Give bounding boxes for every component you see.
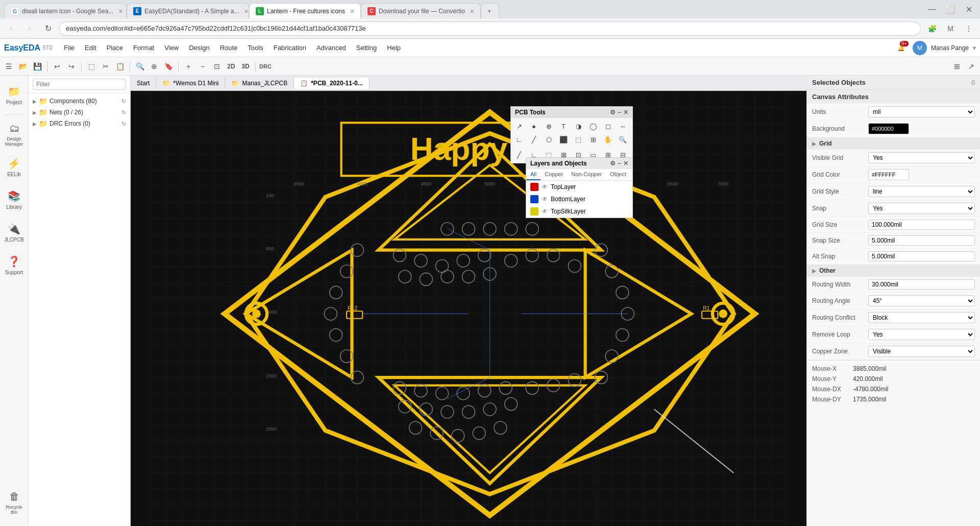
browser-tab-4[interactable]: C Download your file — Convertio ×	[361, 3, 481, 18]
tree-refresh-components[interactable]: ↻	[121, 98, 126, 105]
layer-row-top[interactable]: 👁 TopLayer	[526, 181, 632, 193]
canvas-tab-start[interactable]: Start	[131, 78, 156, 89]
menu-tools[interactable]: Tools	[242, 42, 268, 54]
back-button[interactable]: ‹	[4, 21, 18, 36]
toolbar-zoom-in[interactable]: +	[182, 60, 195, 73]
toolbar-layers[interactable]: ⊞	[950, 60, 964, 73]
toolbar-2d[interactable]: 2D	[225, 60, 238, 73]
sidebar-item-eelib[interactable]: ⚡ EELib	[2, 152, 27, 182]
sidebar-item-support[interactable]: ❓ Support	[2, 250, 27, 280]
more-button[interactable]: ⋮	[962, 21, 976, 36]
address-bar[interactable]: easyeda.com/editor#id=e665e7dc926a47c795…	[59, 21, 921, 36]
layers-minimize-icon[interactable]: −	[618, 160, 621, 167]
menu-advanced[interactable]: Advanced	[311, 42, 351, 54]
toolbar-annotate[interactable]: 🔖	[162, 60, 175, 73]
grid-color-swatch[interactable]: #FFFFFF	[868, 169, 909, 180]
topsilklayer-eye[interactable]: 👁	[542, 208, 548, 215]
tab-3-close[interactable]: ×	[350, 7, 354, 15]
toolbar-drc[interactable]: DRC	[259, 60, 272, 73]
canvas-tab-jlcpcb[interactable]: 📁 Manas_JLCPCB	[225, 78, 294, 89]
toolbar-share[interactable]: ↗	[965, 60, 978, 73]
toolbar-search[interactable]: 🔍	[133, 60, 146, 73]
tool-measure[interactable]: ↔	[617, 120, 629, 132]
grid-section-divider[interactable]: Grid	[807, 137, 980, 150]
tool-pan[interactable]: ✋	[602, 133, 614, 146]
extensions-button[interactable]: 🧩	[925, 21, 939, 36]
toolbar-undo[interactable]: ↩	[51, 60, 64, 73]
tool-r1[interactable]: ╱	[513, 149, 525, 161]
layers-tab-copper[interactable]: Copper	[541, 169, 567, 180]
browser-tab-3[interactable]: L Lantern - Free cultures icons ×	[249, 3, 361, 18]
tool-via[interactable]: ●	[528, 120, 540, 132]
tool-fill[interactable]: ⬛	[557, 133, 570, 146]
tab-4-close[interactable]: ×	[470, 7, 474, 15]
tree-item-components[interactable]: ▶ 📁 Components (80) ↻	[29, 95, 130, 107]
tab-1-close[interactable]: ×	[118, 7, 122, 15]
tool-route2[interactable]: ⊞	[587, 133, 599, 146]
menu-route[interactable]: Route	[215, 42, 243, 54]
units-select[interactable]: mil mm	[868, 106, 975, 117]
tool-arc[interactable]: ◑	[572, 120, 584, 132]
menu-fabrication[interactable]: Fabrication	[268, 42, 311, 54]
menu-format[interactable]: Format	[128, 42, 159, 54]
layer-row-bottom[interactable]: 👁 BottomLayer	[526, 193, 632, 205]
tool-text[interactable]: T	[557, 120, 570, 132]
remove-loop-select[interactable]: Yes No	[868, 329, 975, 340]
snap-select[interactable]: Yes No	[868, 203, 975, 214]
background-color-swatch[interactable]: #000000	[868, 123, 909, 134]
tree-item-drc[interactable]: ▶ 📁 DRC Errors (0) ↻	[29, 118, 130, 129]
visible-grid-select[interactable]: Yes No	[868, 152, 975, 163]
layers-tab-all[interactable]: All	[526, 169, 541, 180]
layer-row-topsilk[interactable]: 👁 TopSilkLayer	[526, 205, 632, 218]
sidebar-item-jlcpcb[interactable]: 🔌 JLCPCB	[2, 217, 27, 248]
other-section-divider[interactable]: Other	[807, 265, 980, 277]
menu-design[interactable]: Design	[184, 42, 214, 54]
tool-angle[interactable]: ∟	[513, 133, 525, 146]
pcb-tools-close-icon[interactable]: ✕	[623, 109, 628, 116]
toolbar-redo[interactable]: ↪	[65, 60, 78, 73]
toolbar-zoom-out[interactable]: −	[196, 60, 209, 73]
maximize-button[interactable]: ⬜	[943, 2, 958, 16]
tool-zoom[interactable]: 🔍	[617, 133, 629, 146]
pcb-canvas[interactable]: Happy Diwali	[131, 91, 806, 526]
toolbar-save[interactable]: 💾	[31, 60, 44, 73]
layers-settings-icon[interactable]: ⚙	[610, 160, 616, 167]
tree-refresh-drc[interactable]: ↻	[121, 121, 126, 127]
notification-button[interactable]: 🔔 9+	[894, 41, 909, 55]
browser-tab-1[interactable]: G diwali lantern icon - Google Sea... ×	[4, 3, 127, 18]
toolbar-zoom-fit[interactable]: ⊡	[210, 60, 224, 73]
tree-refresh-nets[interactable]: ↻	[121, 109, 126, 116]
menu-file[interactable]: File	[59, 42, 80, 54]
pcb-tools-settings-icon[interactable]: ⚙	[610, 109, 616, 116]
sidebar-item-design-manager[interactable]: 🗂 DesignManager	[2, 119, 27, 150]
tool-polygon[interactable]: ⬠	[543, 133, 555, 146]
layers-tab-object[interactable]: Object	[606, 169, 630, 180]
user-dropdown-icon[interactable]: ▾	[973, 44, 976, 52]
layers-tab-noncopper[interactable]: Non-Copper	[567, 169, 606, 180]
close-button[interactable]: ✕	[962, 2, 976, 16]
routing-conflict-select[interactable]: Block Allow Highlight	[868, 312, 975, 323]
toolbar-copy[interactable]: ⬚	[85, 60, 98, 73]
sidebar-item-recycle-bin[interactable]: 🗑 RecycleBin	[2, 487, 27, 518]
copper-zone-select[interactable]: Visible Hidden	[868, 346, 975, 357]
menu-place[interactable]: Place	[102, 42, 129, 54]
toolbar-paste[interactable]: 📋	[113, 60, 127, 73]
tool-pad[interactable]: ⊕	[543, 120, 555, 132]
canvas-tab-wemos[interactable]: 📁 *Wemos D1 Mini	[156, 78, 225, 89]
profile-button[interactable]: M	[943, 21, 958, 36]
snap-size-input[interactable]	[868, 235, 975, 246]
tool-select[interactable]: ↗	[513, 120, 525, 132]
menu-view[interactable]: View	[159, 42, 184, 54]
canvas-tab-pcb[interactable]: 📋 *PCB_2020-11-0...	[294, 78, 369, 89]
menu-help[interactable]: Help	[382, 42, 406, 54]
toplayer-eye[interactable]: 👁	[542, 183, 548, 190]
tool-rect[interactable]: ◻	[602, 120, 614, 132]
routing-angle-select[interactable]: 45° 90° Any	[868, 295, 975, 306]
sidebar-item-project[interactable]: 📁 Project	[2, 80, 27, 110]
pcb-tools-minimize-icon[interactable]: −	[618, 109, 621, 116]
tab-2-close[interactable]: ×	[244, 7, 248, 15]
user-avatar[interactable]: M	[913, 41, 927, 55]
toolbar-menu[interactable]: ☰	[2, 60, 15, 73]
alt-snap-input[interactable]	[868, 251, 975, 261]
grid-style-select[interactable]: line dot	[868, 186, 975, 197]
